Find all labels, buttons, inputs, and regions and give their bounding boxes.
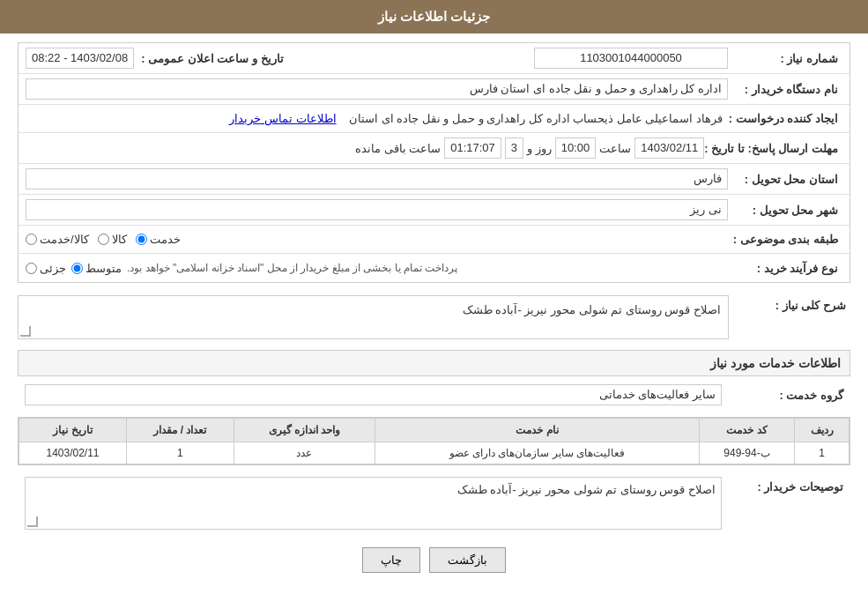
buyer-org-label: نام دستگاه خریدار :: [728, 83, 842, 96]
service-group-row: گروه خدمت : سایر فعالیت‌های خدماتی: [18, 380, 850, 410]
print-button[interactable]: چاپ: [362, 547, 420, 573]
cell-date: 1403/02/11: [19, 442, 127, 464]
announce-date-value: 1403/02/08 - 08:22: [26, 48, 134, 69]
page-header: جزئیات اطلاعات نیاز: [0, 0, 868, 33]
creator-name: فرهاد اسماعیلی عامل ذیحساب اداره کل راهد…: [349, 112, 723, 125]
data-table: ردیف کد خدمت نام خدمت واحد اندازه گیری ت…: [19, 418, 849, 464]
subject-label: طبقه بندی موضوعی :: [728, 233, 842, 246]
delivery-city-value: نی ریز: [26, 199, 728, 220]
creator-row: ایجاد کننده درخواست : فرهاد اسماعیلی عام…: [19, 105, 849, 133]
back-button[interactable]: بازگشت: [429, 547, 506, 573]
service-group-label: گروه خدمت :: [729, 389, 843, 402]
buyer-notes-text: اصلاح قوس روستای تم شولی محور نیریز -آبا…: [457, 483, 716, 496]
col-unit: واحد اندازه گیری: [234, 419, 375, 442]
deadline-time-label: ساعت: [599, 142, 631, 155]
subject-service-radio[interactable]: [136, 234, 147, 245]
cell-service-code: ب-94-949: [699, 442, 794, 464]
process-row: نوع فرآیند خرید : پرداخت تمام یا بخشی از…: [19, 254, 849, 282]
subject-option-both[interactable]: کالا/خدمت: [26, 233, 89, 246]
deadline-days: 3: [505, 137, 523, 159]
subject-option-goods[interactable]: کالا: [98, 233, 127, 246]
deadline-time: 10:00: [555, 137, 597, 159]
need-description-section: شرح کلی نیاز : اصلاح قوس روستای تم شولی …: [18, 292, 850, 343]
delivery-city-label: شهر محل تحویل :: [728, 204, 842, 217]
service-info-section-title: اطلاعات خدمات مورد نیاز: [18, 350, 850, 376]
page-container: جزئیات اطلاعات نیاز شماره نیاز : 1103001…: [0, 0, 868, 609]
cell-quantity: 1: [126, 442, 234, 464]
resize-handle: [20, 326, 31, 337]
cell-service-name: فعالیت‌های سایر سازمان‌های دارای عضو: [375, 442, 699, 464]
page-title: جزئیات اطلاعات نیاز: [378, 9, 490, 24]
process-options: پرداخت تمام یا بخشی از مبلغ خریدار از مح…: [26, 262, 728, 275]
process-option-medium[interactable]: متوسط: [71, 262, 122, 275]
table-row: 1 ب-94-949 فعالیت‌های سایر سازمان‌های دا…: [19, 442, 849, 464]
delivery-city-row: شهر محل تحویل : نی ریز: [19, 195, 849, 226]
buyer-notes-box: اصلاح قوس روستای تم شولی محور نیریز -آبا…: [25, 477, 722, 530]
creator-value: فرهاد اسماعیلی عامل ذیحساب اداره کل راهد…: [26, 109, 728, 128]
col-service-name: نام خدمت: [375, 419, 699, 442]
col-row-num: ردیف: [795, 419, 849, 442]
deadline-label: مهلت ارسال پاسخ: تا تاریخ :: [704, 142, 842, 155]
process-option-minor[interactable]: جزئی: [26, 262, 66, 275]
subject-row: طبقه بندی موضوعی : خدمت کالا کالا/خدمت: [19, 226, 849, 254]
cell-row-num: 1: [795, 442, 849, 464]
buyer-org-row: نام دستگاه خریدار : اداره کل راهداری و ح…: [19, 74, 849, 105]
deadline-row: مهلت ارسال پاسخ: تا تاریخ : 1403/02/11 س…: [19, 133, 849, 164]
subject-options: خدمت کالا کالا/خدمت: [26, 233, 728, 246]
subject-both-radio[interactable]: [26, 234, 37, 245]
subject-option-service[interactable]: خدمت: [136, 233, 181, 246]
process-medium-label: متوسط: [85, 262, 122, 275]
process-minor-radio[interactable]: [26, 263, 37, 274]
process-note: پرداخت تمام یا بخشی از مبلغ خریدار از مح…: [127, 262, 457, 274]
subject-goods-label: کالا: [112, 233, 127, 246]
main-content: شماره نیاز : 1103001044000050 تاریخ و سا…: [0, 33, 868, 595]
need-number-label: شماره نیاز :: [728, 52, 842, 65]
creator-label: ایجاد کننده درخواست :: [728, 112, 842, 125]
col-quantity: تعداد / مقدار: [126, 419, 234, 442]
delivery-province-value: فارس: [26, 168, 728, 189]
process-minor-label: جزئی: [40, 262, 66, 275]
deadline-days-label: روز و: [527, 142, 552, 155]
subject-both-label: کالا/خدمت: [40, 233, 89, 246]
announce-date-label: تاریخ و ساعت اعلان عمومی :: [134, 52, 287, 65]
process-label: نوع فرآیند خرید :: [728, 262, 842, 275]
deadline-date: 1403/02/11: [634, 137, 704, 159]
process-medium-radio[interactable]: [71, 263, 83, 274]
info-section: شماره نیاز : 1103001044000050 تاریخ و سا…: [18, 42, 850, 283]
buttons-row: بازگشت چاپ: [18, 547, 850, 573]
need-description-section-title: شرح کلی نیاز :: [736, 292, 850, 312]
need-number-value: 1103001044000050: [534, 48, 728, 69]
buyer-notes-label: توصیحات خریدار :: [729, 477, 843, 494]
deadline-remaining: 01:17:07: [444, 137, 501, 159]
col-date: تاریخ نیاز: [19, 419, 127, 442]
need-number-row: شماره نیاز : 1103001044000050 تاریخ و سا…: [19, 43, 849, 74]
subject-service-label: خدمت: [150, 233, 181, 246]
buyer-notes-resize: [27, 516, 38, 527]
delivery-province-row: استان محل تحویل : فارس: [19, 164, 849, 195]
deadline-remaining-label: ساعت باقی مانده: [355, 142, 441, 155]
need-description-box: اصلاح قوس روستای تم شولی محور نیریز -آبا…: [18, 295, 729, 339]
subject-goods-radio[interactable]: [98, 234, 109, 245]
deadline-details: 1403/02/11 ساعت 10:00 روز و 3 01:17:07 س…: [26, 137, 704, 159]
service-table: ردیف کد خدمت نام خدمت واحد اندازه گیری ت…: [18, 417, 850, 465]
col-service-code: کد خدمت: [699, 419, 794, 442]
need-description-text: اصلاح قوس روستای تم شولی محور نیریز -آبا…: [463, 303, 721, 316]
service-group-value: سایر فعالیت‌های خدماتی: [25, 384, 722, 405]
table-header-row: ردیف کد خدمت نام خدمت واحد اندازه گیری ت…: [19, 419, 849, 442]
buyer-notes-section: توصیحات خریدار : اصلاح قوس روستای تم شول…: [18, 472, 850, 534]
cell-unit: عدد: [234, 442, 375, 464]
creator-contact-link[interactable]: اطلاعات تماس خریدار: [229, 112, 336, 125]
delivery-province-label: استان محل تحویل :: [728, 173, 842, 186]
buyer-org-value: اداره کل راهداری و حمل و نقل جاده ای است…: [26, 78, 728, 100]
